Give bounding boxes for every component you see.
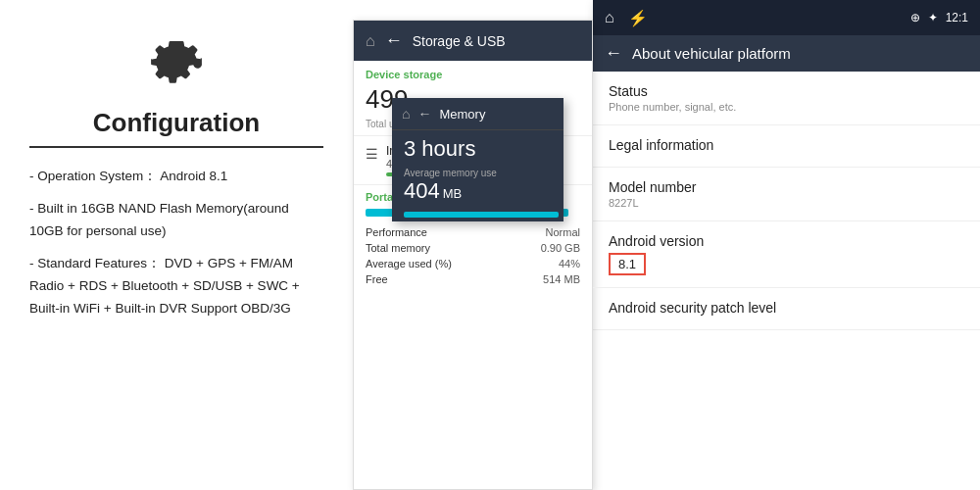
about-nav-bar: ← About vehicular platform (593, 35, 980, 72)
pin-icon: ⊕ (910, 11, 920, 24)
perf-label-0: Performance (366, 226, 427, 238)
perf-label-3: Free (366, 273, 388, 285)
about-status-sub: Phone number, signal, etc. (609, 101, 964, 113)
about-item-model[interactable]: Model number 8227L (593, 168, 980, 221)
top-bar-left: ⌂ ⚡ (605, 9, 648, 27)
about-panel: ⌂ ⚡ ⊕ ✦ 12:1 ← About vehicular platform … (593, 0, 980, 490)
memory-title: Memory (439, 107, 485, 122)
perf-val-1: 0.90 GB (541, 242, 580, 254)
perf-row-0: Performance Normal (366, 224, 580, 240)
perf-table: Performance Normal Total memory 0.90 GB … (354, 220, 592, 291)
perf-row-1: Total memory 0.90 GB (366, 240, 580, 256)
memory-back-arrow[interactable]: ← (417, 106, 431, 122)
top-usb-icon: ⚡ (628, 9, 648, 27)
back-arrow-storage[interactable]: ← (385, 30, 403, 51)
perf-val-2: 44% (559, 258, 580, 270)
left-panel: Configuration - Operation System： Androi… (0, 0, 353, 490)
about-status-label: Status (609, 83, 964, 99)
config-title: Configuration (29, 108, 323, 148)
about-item-security[interactable]: Android security patch level (593, 288, 980, 330)
android-version-value: 8.1 (609, 253, 646, 275)
bt-icon: ✦ (928, 11, 938, 24)
clock: 12:1 (946, 11, 968, 24)
spec-os: - Operation System： Android 8.1 (29, 166, 323, 188)
spec-list: - Operation System： Android 8.1 - Built … (29, 166, 323, 330)
memory-overlay: ⌂ ← Memory 3 hours Average memory use 40… (392, 98, 564, 221)
about-item-legal[interactable]: Legal information (593, 125, 980, 168)
top-bar-right: ⊕ ✦ 12:1 (910, 11, 968, 24)
avg-mem-val: 404 MB (392, 178, 564, 208)
spec-features: - Standard Features： DVD + GPS + FM/AM R… (29, 253, 323, 320)
perf-row-3: Free 514 MB (366, 271, 580, 287)
avg-mem-label: Average memory use (392, 164, 564, 178)
about-item-status[interactable]: Status Phone number, signal, etc. (593, 72, 980, 125)
android-version-label: Android version (609, 233, 964, 249)
device-storage-label: Device storage (354, 61, 592, 82)
perf-label-2: Average used (%) (366, 258, 452, 270)
about-list: Status Phone number, signal, etc. Legal … (593, 72, 980, 490)
about-back-arrow[interactable]: ← (605, 43, 622, 64)
about-legal-label: Legal information (609, 137, 964, 153)
storage-panel: ⌂ ← Storage & USB Device storage 499 MB … (353, 20, 593, 490)
about-security-label: Android security patch level (609, 300, 964, 316)
home-icon: ⌂ (366, 32, 375, 50)
top-home-icon: ⌂ (605, 9, 614, 26)
memory-bar (404, 212, 559, 218)
gear-icon (142, 29, 211, 98)
about-model-label: Model number (609, 179, 964, 195)
perf-val-3: 514 MB (543, 273, 580, 285)
storage-header-title: Storage & USB (413, 33, 506, 49)
perf-val-0: Normal (546, 226, 580, 238)
avg-mem-unit: MB (443, 186, 463, 201)
list-icon: ☰ (366, 146, 378, 162)
memory-header: ⌂ ← Memory (392, 98, 564, 130)
avg-mem-num: 404 (404, 178, 440, 204)
spec-memory: - Built in 16GB NAND Flash Memory(around… (29, 198, 323, 243)
perf-label-1: Total memory (366, 242, 430, 254)
gear-icon-container (29, 29, 323, 98)
memory-home-icon: ⌂ (402, 106, 410, 122)
about-model-sub: 8227L (609, 197, 964, 209)
memory-time: 3 hours (392, 130, 564, 164)
storage-header: ⌂ ← Storage & USB (354, 21, 592, 61)
about-nav-title: About vehicular platform (632, 45, 791, 62)
top-status-bar: ⌂ ⚡ ⊕ ✦ 12:1 (593, 0, 980, 35)
about-item-android-version[interactable]: Android version 8.1 (593, 221, 980, 288)
perf-row-2: Average used (%) 44% (366, 256, 580, 271)
